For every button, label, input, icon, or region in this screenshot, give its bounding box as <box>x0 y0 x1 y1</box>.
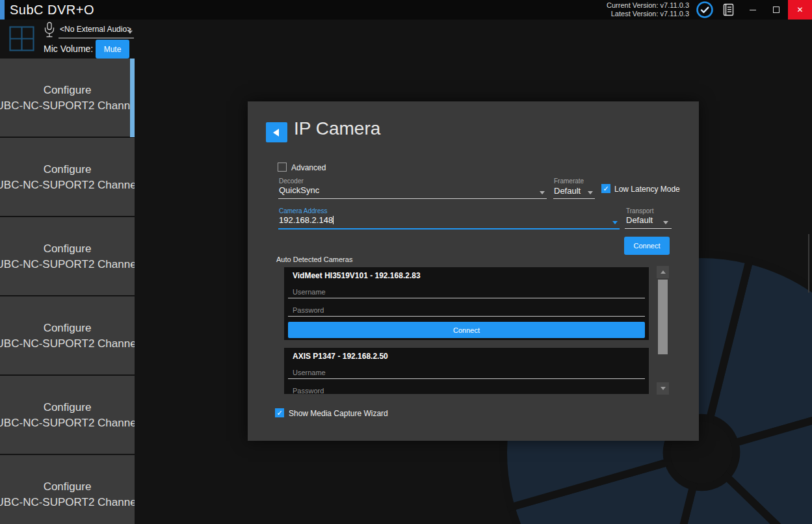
camera-list-scrollbar-thumb[interactable] <box>658 280 668 354</box>
layout-grid-icon[interactable] <box>9 26 34 54</box>
maximize-icon <box>773 7 779 13</box>
media-capture-wizard-checkbox[interactable]: ✓ <box>275 408 284 417</box>
back-button[interactable] <box>266 122 287 142</box>
camera-password-input[interactable] <box>288 384 645 394</box>
advanced-label: Advanced <box>291 163 326 172</box>
window-right-scrollbar[interactable] <box>808 234 809 293</box>
scroll-up-button[interactable] <box>657 266 669 278</box>
camera-connect-button[interactable]: Connect <box>288 322 645 338</box>
text-caret <box>333 216 334 224</box>
tile-line2: UBC-NC-SUPORT2 Channel <box>0 99 135 112</box>
camera-address-underline <box>278 228 620 229</box>
camera-address-label: Camera Address <box>279 207 327 215</box>
app-title: SubC DVR+O <box>10 0 94 20</box>
arrow-down-icon <box>661 387 666 390</box>
current-version: Current Version: v7.11.0.3 <box>607 1 689 10</box>
back-arrow-icon <box>273 129 279 137</box>
decoder-label: Decoder <box>279 177 304 185</box>
tile-line1: Configure <box>44 480 92 493</box>
version-info: Current Version: v7.11.0.3 Latest Versio… <box>607 1 689 18</box>
low-latency-checkbox[interactable]: ✓ <box>601 184 610 193</box>
mute-button[interactable]: Mute <box>96 40 129 59</box>
camera-card-title: VidMeet HI3519V101 - 192.168.2.83 <box>293 271 421 280</box>
camera-username-input[interactable] <box>288 366 645 379</box>
tile-line1: Configure <box>44 163 92 176</box>
advanced-checkbox[interactable] <box>278 163 287 172</box>
sidebar-scrollbar-thumb[interactable] <box>130 59 135 137</box>
auto-detected-label: Auto Detected Cameras <box>276 255 352 263</box>
tile-line2: UBC-NC-SUPORT2 Channel <box>0 258 135 270</box>
media-capture-wizard-label: Show Media Capture Wizard <box>289 409 388 418</box>
title-bar: SubC DVR+O Current Version: v7.11.0.3 La… <box>0 0 812 20</box>
transport-dropdown[interactable]: Default <box>626 215 653 225</box>
close-icon: ✕ <box>796 5 803 14</box>
ip-camera-dialog: IP Camera Advanced Decoder QuickSync Fra… <box>248 101 699 441</box>
camera-address-value: 192.168.2.148 <box>279 215 333 225</box>
chevron-down-icon[interactable] <box>127 31 133 34</box>
close-button[interactable]: ✕ <box>788 0 812 20</box>
minimize-icon <box>750 10 756 10</box>
arrow-up-icon <box>661 270 666 274</box>
decoder-chevron-icon[interactable] <box>540 191 545 194</box>
log-book-icon[interactable] <box>718 0 739 20</box>
camera-card: AXIS P1347 - 192.168.2.50 <box>284 348 649 394</box>
framerate-chevron-icon[interactable] <box>588 191 593 194</box>
framerate-label: Framerate <box>554 177 584 185</box>
channel-tile[interactable]: Configure UBC-NC-SUPORT2 Channel <box>0 217 135 295</box>
tile-line2: UBC-NC-SUPORT2 Channel <box>0 179 135 191</box>
audio-device-dropdown[interactable]: <No External Audio> <box>60 25 131 34</box>
camera-address-input[interactable]: 192.168.2.148 <box>279 215 334 225</box>
camera-card-title: AXIS P1347 - 192.168.2.50 <box>293 352 388 361</box>
titlebar-accent-bar <box>0 0 5 20</box>
channel-tile[interactable]: Configure UBC-NC-SUPORT2 Channel <box>0 59 135 137</box>
channel-tile[interactable]: Configure UBC-NC-SUPORT2 Channel <box>0 455 135 524</box>
connect-button[interactable]: Connect <box>624 237 670 255</box>
framerate-dropdown[interactable]: Default <box>554 186 581 196</box>
channel-sidebar: Configure UBC-NC-SUPORT2 Channel Configu… <box>0 59 135 524</box>
tile-line2: UBC-NC-SUPORT2 Channel <box>0 337 135 350</box>
tile-line1: Configure <box>44 401 92 413</box>
channel-tile[interactable]: Configure UBC-NC-SUPORT2 Channel <box>0 296 135 374</box>
channel-tile[interactable]: Configure UBC-NC-SUPORT2 Channel <box>0 138 135 216</box>
update-status-icon[interactable] <box>694 0 715 20</box>
decoder-dropdown[interactable]: QuickSync <box>279 185 319 195</box>
latest-version: Latest Version: v7.11.0.3 <box>607 10 689 18</box>
tile-line2: UBC-NC-SUPORT2 Channel <box>0 496 135 508</box>
app-window: SubC DVR+O Current Version: v7.11.0.3 La… <box>0 0 812 524</box>
minimize-button[interactable] <box>741 0 765 20</box>
channel-tile[interactable]: Configure UBC-NC-SUPORT2 Channel <box>0 376 135 454</box>
framerate-underline <box>553 198 595 199</box>
tile-line2: UBC-NC-SUPORT2 Channel <box>0 417 135 429</box>
decoder-underline <box>278 198 547 199</box>
transport-chevron-icon[interactable] <box>663 221 668 224</box>
tile-line1: Configure <box>44 84 92 96</box>
low-latency-label: Low Latency Mode <box>614 185 680 194</box>
microphone-icon <box>43 21 56 42</box>
camera-password-input[interactable] <box>288 304 645 317</box>
camera-username-input[interactable] <box>288 285 645 298</box>
auto-detected-camera-list: VidMeet HI3519V101 - 192.168.2.83 Connec… <box>283 266 650 395</box>
tile-line1: Configure <box>44 322 92 334</box>
maximize-button[interactable] <box>765 0 788 20</box>
audio-dropdown-underline <box>59 38 134 38</box>
scroll-down-button[interactable] <box>657 382 669 395</box>
camera-address-chevron-icon[interactable] <box>612 221 618 224</box>
transport-underline <box>625 228 672 229</box>
dialog-title: IP Camera <box>294 118 380 139</box>
camera-list-scrollbar <box>657 266 669 395</box>
header-strip: <No External Audio> Mic Volume: 10 Mute <box>0 20 812 59</box>
tile-line1: Configure <box>44 242 92 255</box>
camera-card: VidMeet HI3519V101 - 192.168.2.83 Connec… <box>284 267 649 340</box>
transport-label: Transport <box>626 207 653 215</box>
